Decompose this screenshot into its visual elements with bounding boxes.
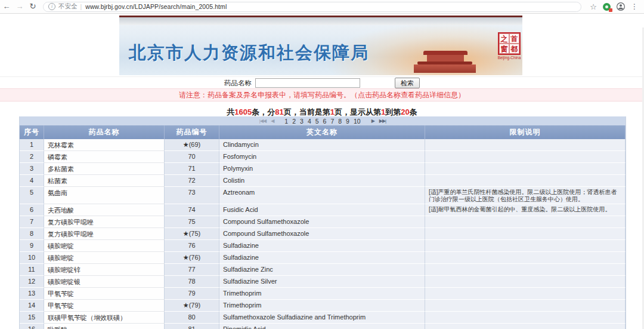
profile-icon[interactable] [617,2,625,11]
drug-name-label: 药品名称 [224,79,252,88]
cell-seq: 8 [20,228,44,240]
table-row: 4粘菌素72Colistin [20,175,626,187]
header-seq: 序号 [20,125,44,139]
cell-drug-code: 71 [165,163,219,175]
cell-english-name: Aztreonam [219,187,425,204]
cell-drug-code: ★(75) [165,228,219,240]
menu-icon[interactable]: ⋮ [631,2,638,11]
cell-seq: 9 [20,240,44,252]
forward-icon[interactable]: → [13,0,26,13]
address-bar[interactable]: i 不安全 | www.bjrbj.gov.cn/LDJAPP/search/m… [43,2,581,12]
cell-seq: 16 [20,324,44,329]
cell-drug-name[interactable]: 磺胺嘧啶 [44,252,165,264]
cell-seq: 7 [20,216,44,228]
cell-seq: 1 [20,139,44,151]
building-graphic [423,51,467,55]
extension-icon[interactable] [603,3,611,11]
search-button[interactable]: 检索 [395,78,420,88]
seal-char: 都 [509,44,519,54]
cell-english-name: Polymyxin [219,163,425,175]
cell-seq: 13 [20,288,44,300]
cell-drug-name[interactable]: 联磺甲氧苄啶（增效联磺） [44,312,165,324]
cell-english-name: Clindamycin [219,139,425,151]
summary-part: 81 [275,107,283,116]
cell-drug-code: 72 [165,175,219,187]
cell-seq: 15 [20,312,44,324]
page-number-8[interactable]: 8 [338,118,342,125]
cell-english-name: Sulfadiazine [219,252,425,264]
notice-text: 请注意：药品备案及异名申报表中，请填写药品编号。（点击药品名称查看药品详细信息） [179,90,465,100]
table-row: 5氨曲南73Aztreonam[适]严重的革兰氏阴性杆菌感染使用。限二级以上医院… [20,187,626,204]
drug-name-input[interactable] [255,78,360,88]
browser-toolbar: ← → ↻ i 不安全 | www.bjrbj.gov.cn/LDJAPP/se… [0,0,644,14]
last-page-icon[interactable]: ▶▶| [379,118,386,124]
summary-part: 20 [401,107,409,116]
cell-restriction: [适]严重的革兰氏阴性杆菌感染使用。限二级以上医院使用；肾透析患者门诊治疗限一级… [425,187,626,204]
cell-drug-name[interactable]: 多粘菌素 [44,163,165,175]
cell-restriction [425,276,626,288]
page-number-10[interactable]: 10 [354,118,361,125]
cell-restriction [425,163,626,175]
cell-english-name: Colistin [219,175,425,187]
cell-drug-name[interactable]: 甲氧苄啶 [44,300,165,312]
page-number-9[interactable]: 9 [346,118,349,125]
cell-drug-code: 76 [165,240,219,252]
cell-drug-code: 80 [165,312,219,324]
cell-drug-name[interactable]: 磺胺嘧啶 [44,240,165,252]
cell-english-name: Pipemidic Acid [219,324,425,329]
first-page-icon[interactable]: |◀◀ [259,118,266,124]
back-icon[interactable]: ← [0,0,13,13]
header-drug-name: 药品名称 [44,125,165,139]
cell-restriction [425,252,626,264]
page-number-1[interactable]: 1 [284,118,288,125]
cell-drug-code: ★(79) [165,300,219,312]
seal-char: 窗 [499,44,509,54]
drug-table: |◀◀ ◀ 12345678910 ▶ ▶▶| 序号 药品名称 药品编号 英文名… [19,116,626,329]
page-number-7[interactable]: 7 [330,118,334,125]
cell-seq: 6 [20,204,44,216]
cell-drug-name[interactable]: 磷霉素 [44,151,165,163]
table-row: 12磺胺嘧啶银78Sulfadiazine Silver [20,276,626,288]
cell-drug-name[interactable]: 甲氧苄啶 [44,288,165,300]
table-row: 9磺胺嘧啶76Sulfadiazine [20,240,626,252]
cell-drug-name[interactable]: 粘菌素 [44,175,165,187]
cell-restriction [425,240,626,252]
prev-page-icon[interactable]: ◀ [271,118,274,124]
cell-english-name: Sulfadiazine Zinc [219,264,425,276]
cell-restriction [425,288,626,300]
browser-window: ← → ↻ i 不安全 | www.bjrbj.gov.cn/LDJAPP/se… [0,0,644,329]
bookmark-star-icon[interactable]: ☆ [590,2,597,11]
cell-drug-name[interactable]: 磺胺嘧啶锌 [44,264,165,276]
cell-drug-name[interactable]: 磺胺嘧啶银 [44,276,165,288]
cell-english-name: Sulfadiazine [219,240,425,252]
cell-drug-name[interactable]: 复方磺胺甲噁唑 [44,228,165,240]
next-page-icon[interactable]: ▶ [371,118,374,124]
page-number-4[interactable]: 4 [308,118,311,125]
notice-band: 请注意：药品备案及异名申报表中，请填写药品编号。（点击药品名称查看药品详细信息） [0,88,644,102]
table-row: 14甲氧苄啶★(79)Trimethoprim [20,300,626,312]
table-row: 16吡哌酸81Pipemidic Acid [20,324,626,329]
cell-english-name: Sulfadiazine Silver [219,276,425,288]
page-number-2[interactable]: 2 [292,118,296,125]
cell-drug-code: 79 [165,288,219,300]
seal-char: 之 [499,33,509,44]
header-drug-code: 药品编号 [165,125,219,139]
cell-drug-code: 75 [165,216,219,228]
info-icon[interactable]: i [48,3,55,10]
cell-drug-name[interactable]: 克林霉素 [44,139,165,151]
page-number-3[interactable]: 3 [300,118,304,125]
refresh-icon[interactable]: ↻ [26,0,39,13]
table-row: 3多粘菌素71Polymyxin [20,163,626,175]
cell-english-name: Trimethoprim [219,300,425,312]
cell-restriction [425,264,626,276]
page-number-5[interactable]: 5 [315,118,319,125]
cell-drug-name[interactable]: 氨曲南 [44,187,165,204]
cell-drug-name[interactable]: 吡哌酸 [44,324,165,329]
page-number-6[interactable]: 6 [323,118,327,125]
cell-drug-name[interactable]: 复方磺胺甲噁唑 [44,216,165,228]
cell-drug-code: 78 [165,276,219,288]
table-row: 6夫西地酸74Fusidic Acid[适]耐甲氧西林的金葡菌引起的中、重度感染… [20,204,626,216]
table-row: 2磷霉素70Fosfomycin [20,151,626,163]
cell-drug-name[interactable]: 夫西地酸 [44,204,165,216]
site-title: 北京市人力资源和社会保障局 [129,41,369,65]
